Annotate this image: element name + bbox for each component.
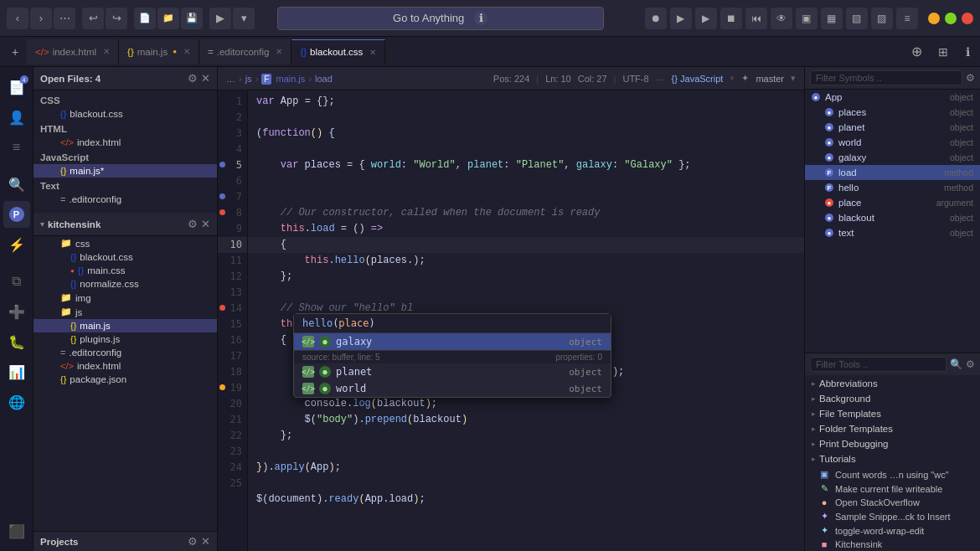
stop-button[interactable]: ⏹ <box>720 8 742 29</box>
tree-section-css-header[interactable]: CSS <box>34 94 217 107</box>
tab-info-button[interactable]: ℹ <box>958 43 977 61</box>
tool-item[interactable]: ▣ Count words …n using "wc" <box>805 467 980 481</box>
symbol-item[interactable]: ● blackout object <box>805 210 980 225</box>
symbols-gear-button[interactable]: ⚙ <box>966 72 975 84</box>
symbols-filter-input[interactable] <box>810 70 962 85</box>
split-button[interactable]: ⊞ <box>931 40 955 64</box>
play-button[interactable]: ▶ <box>670 8 692 29</box>
projects-settings-button[interactable]: ⚙ <box>188 535 198 548</box>
nav-jump-button[interactable]: ⋯ <box>54 8 75 29</box>
background-group[interactable]: ▸ Background <box>805 391 980 406</box>
play2-button[interactable]: ▶ <box>695 8 717 29</box>
symbol-item[interactable]: ● text object <box>805 225 980 240</box>
sidebar-icon-layers[interactable]: ⧉ <box>3 268 30 295</box>
sidebar-icon-share[interactable]: 🌐 <box>3 389 30 415</box>
list-item[interactable]: 📁 img <box>34 291 217 305</box>
sidebar-icon-bug[interactable]: 🐛 <box>3 328 30 355</box>
tools-settings-button[interactable]: ⚙ <box>966 358 975 370</box>
abbreviations-group[interactable]: ▸ Abbreviations <box>805 376 980 391</box>
list-item[interactable]: {} normalize.css <box>34 277 217 291</box>
nav-forward-button[interactable]: › <box>30 8 52 29</box>
tree-section-text-header[interactable]: Text <box>34 179 217 193</box>
tools-filter-input[interactable] <box>810 357 946 372</box>
project-close-button[interactable]: ✕ <box>201 218 210 230</box>
symbol-item[interactable]: ● App object <box>805 90 980 105</box>
list-item[interactable]: = .editorconfig <box>34 346 217 359</box>
nav-back-button[interactable]: ‹ <box>7 8 28 29</box>
print-debugging-group[interactable]: ▸ Print Debugging <box>805 436 980 451</box>
tree-section-html-header[interactable]: HTML <box>34 122 217 136</box>
sidebar-icon-plus[interactable]: ➕ <box>3 298 30 325</box>
projects-close-button[interactable]: ✕ <box>201 535 210 548</box>
sidebar-icon-active[interactable]: P <box>3 201 30 228</box>
tab-editorconfig[interactable]: = .editorconfig ✕ <box>199 39 291 64</box>
maximize-button[interactable] <box>945 13 957 24</box>
sidebar-icon-git[interactable]: 👤 <box>3 104 30 131</box>
close-button[interactable] <box>962 13 973 24</box>
autocomplete-item[interactable]: </> ● world object <box>294 380 611 397</box>
list-item[interactable]: {} main.js <box>34 319 217 332</box>
save-button[interactable]: 💾 <box>181 8 203 29</box>
tab-index-html[interactable]: </> index.html ✕ <box>27 39 119 64</box>
list-item[interactable]: {} blackout.css <box>34 107 217 121</box>
list-item[interactable]: ● {} main.css <box>34 264 217 277</box>
autocomplete-item[interactable]: </> ● planet object <box>294 363 611 380</box>
goto-anything-bar[interactable]: Go to Anything ℹ <box>277 7 604 30</box>
hamburger-button[interactable]: ≡ <box>896 8 918 29</box>
undo-button[interactable]: ↩ <box>82 8 104 29</box>
layout4-button[interactable]: ▨ <box>871 8 893 29</box>
tab-close-icon[interactable]: ✕ <box>103 47 110 56</box>
panel-close-button[interactable]: ✕ <box>201 72 210 85</box>
run-button[interactable]: ▶ <box>209 8 231 29</box>
list-item[interactable]: {} main.js* <box>34 164 217 178</box>
list-item[interactable]: = .editorconfig <box>34 193 217 206</box>
folder-templates-group[interactable]: ▸ Folder Templates <box>805 421 980 436</box>
list-item[interactable]: 📁 js <box>34 305 217 319</box>
tool-item[interactable]: ■ Kitchensink <box>805 538 980 551</box>
symbol-item[interactable]: ● galaxy object <box>805 150 980 165</box>
tab-close-icon[interactable]: ✕ <box>369 48 376 57</box>
tab-main-js[interactable]: {} main.js ● ✕ <box>119 39 199 64</box>
list-item[interactable]: {} package.json <box>34 373 217 386</box>
symbol-item[interactable]: F hello method <box>805 180 980 195</box>
layout1-button[interactable]: ▣ <box>796 8 818 29</box>
tool-item[interactable]: ✎ Make current file writeable <box>805 481 980 496</box>
sidebar-icon-chart[interactable]: 📊 <box>3 358 30 385</box>
tree-section-js-header[interactable]: JavaScript <box>34 151 217 164</box>
layout3-button[interactable]: ▧ <box>846 8 868 29</box>
prev-button[interactable]: ⏮ <box>745 8 767 29</box>
symbol-item[interactable]: ● place argument <box>805 195 980 210</box>
tab-close-icon[interactable]: ✕ <box>183 47 190 56</box>
breadcrumb-main-js[interactable]: F main.js <box>261 74 305 84</box>
layout2-button[interactable]: ▦ <box>821 8 843 29</box>
symbol-item[interactable]: ● planet object <box>805 120 980 135</box>
list-item[interactable]: </> index.html <box>34 136 217 149</box>
open-folder-button[interactable]: 📁 <box>157 8 179 29</box>
symbol-item[interactable]: F load method <box>805 165 980 180</box>
list-item[interactable]: 📁 css <box>34 236 217 250</box>
sidebar-icon-terminal[interactable]: ⬛ <box>3 518 30 544</box>
symbol-item[interactable]: ● places object <box>805 105 980 120</box>
more-button[interactable]: ▾ <box>233 8 255 29</box>
tools-search-button[interactable]: 🔍 <box>950 358 962 370</box>
tool-item[interactable]: ✦ toggle-word-wrap-edit <box>805 523 980 538</box>
list-item[interactable]: {} blackout.css <box>34 250 217 264</box>
symbol-item[interactable]: ● world object <box>805 135 980 150</box>
breadcrumb-load[interactable]: load <box>315 74 333 84</box>
tool-item[interactable]: ✦ Sample Snippe...ck to Insert <box>805 509 980 523</box>
autocomplete-item[interactable]: </> ● galaxy object <box>294 333 611 350</box>
minimize-button[interactable] <box>928 13 940 24</box>
record-button[interactable]: ⏺ <box>645 8 667 29</box>
add-panel-button[interactable]: ⊕ <box>905 40 928 64</box>
breadcrumb-js[interactable]: js <box>245 74 252 84</box>
tab-close-icon[interactable]: ✕ <box>276 47 282 56</box>
syntax-indicator[interactable]: {} JavaScript <box>672 74 724 84</box>
file-templates-group[interactable]: ▸ File Templates <box>805 406 980 421</box>
new-tab-button[interactable]: + <box>3 40 27 64</box>
tutorials-group[interactable]: ▸ Tutorials <box>805 451 980 466</box>
project-settings-button[interactable]: ⚙ <box>188 218 198 230</box>
sidebar-icon-list[interactable]: ≡ <box>3 134 30 161</box>
sidebar-icon-files[interactable]: 📄 4 <box>3 74 30 100</box>
panel-settings-button[interactable]: ⚙ <box>188 72 198 85</box>
tool-item[interactable]: ● Open StackOverflow <box>805 496 980 509</box>
